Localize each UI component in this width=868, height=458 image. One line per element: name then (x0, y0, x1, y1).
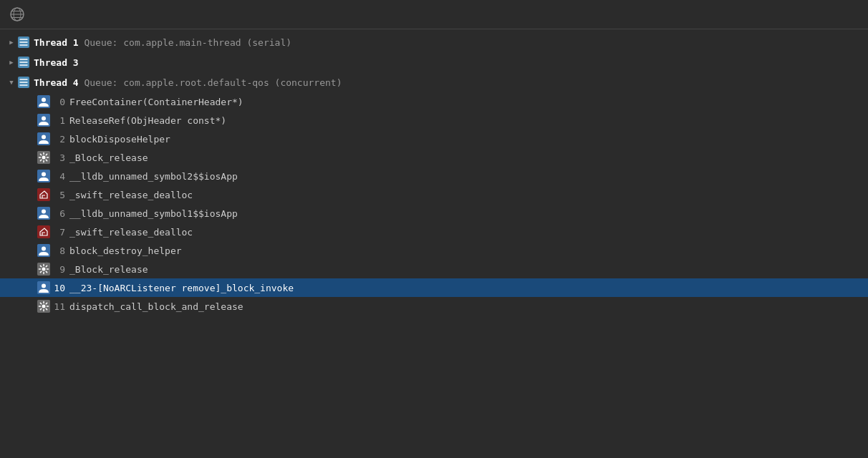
frame-icon-gear (37, 151, 50, 164)
queue-info: Queue: com.apple.main-thread (serial) (84, 37, 291, 48)
frame-row-10[interactable]: 10 __23-[NoARCListener remove]_block_inv… (0, 278, 868, 297)
svg-point-20 (42, 117, 46, 121)
frame-name: ReleaseRef(ObjHeader const*) (69, 115, 226, 126)
frame-row-6[interactable]: 6 __lldb_unnamed_symbol1$$iosApp (0, 204, 868, 223)
frame-icon-user (37, 114, 50, 127)
frame-number: 8 (54, 245, 65, 256)
expand-arrow[interactable] (6, 36, 17, 48)
frame-icon-user (37, 132, 50, 145)
thread-label: Thread 3 (34, 57, 79, 68)
frame-icon-user (37, 170, 50, 182)
network-icon (10, 7, 24, 21)
frame-row-5[interactable]: 5 _swift_release_dealloc (0, 185, 868, 204)
title-bar (0, 0, 868, 29)
frame-name: _Block_release (69, 264, 148, 275)
frame-row-1[interactable]: 1 ReleaseRef(ObjHeader const*) (0, 111, 868, 130)
svg-rect-27 (37, 188, 50, 201)
frame-number: 4 (54, 171, 65, 182)
frame-icon-swift (37, 225, 50, 238)
frame-icon-swift (37, 188, 50, 201)
frame-number: 5 (54, 190, 65, 200)
frame-name: blockDisposeHelper (69, 134, 170, 145)
queue-info: Queue: com.apple.root.default-qos (concu… (84, 77, 342, 88)
frame-name: _swift_release_dealloc (69, 227, 193, 238)
frame-row-4[interactable]: 4 __lldb_unnamed_symbol2$$iosApp (0, 167, 868, 185)
svg-point-18 (42, 98, 46, 102)
frame-icon-user (37, 207, 50, 220)
frame-number: 2 (54, 134, 65, 145)
frame-number: 3 (54, 152, 65, 163)
frame-number: 9 (54, 264, 65, 275)
frame-name: __lldb_unnamed_symbol1$$iosApp (69, 208, 238, 219)
svg-point-26 (42, 172, 46, 177)
expand-arrow[interactable] (6, 57, 17, 68)
frame-name: __lldb_unnamed_symbol2$$iosApp (69, 171, 238, 182)
frame-row-8[interactable]: 8 block_destroy_helper (0, 241, 868, 260)
frame-row-3[interactable]: 3 _Block_release (0, 148, 868, 167)
frame-row-0[interactable]: 0 FreeContainer(ContainerHeader*) (0, 92, 868, 111)
frame-number: 1 (54, 115, 65, 126)
frame-name: _swift_release_dealloc (69, 190, 193, 200)
frame-number: 11 (54, 301, 65, 312)
frame-name: FreeContainer(ContainerHeader*) (69, 97, 243, 107)
svg-point-34 (42, 247, 46, 251)
thread-icon (17, 56, 30, 69)
frame-number: 10 (54, 283, 65, 293)
thread-icon (17, 76, 30, 89)
thread-list: Thread 1 Queue: com.apple.main-thread (s… (0, 29, 868, 318)
frame-row-9[interactable]: 9 _Block_release (0, 260, 868, 278)
thread-row-thread-4[interactable]: Thread 4 Queue: com.apple.root.default-q… (0, 72, 868, 92)
frame-number: 6 (54, 208, 65, 219)
frame-icon-user (37, 95, 50, 108)
svg-point-22 (42, 135, 46, 140)
thread-row-thread-1[interactable]: Thread 1 Queue: com.apple.main-thread (s… (0, 32, 868, 52)
svg-point-36 (42, 268, 46, 271)
frame-icon-user (37, 281, 50, 294)
thread-icon (17, 36, 30, 49)
svg-point-38 (42, 284, 46, 288)
svg-point-30 (42, 210, 46, 214)
frame-number: 7 (54, 227, 65, 238)
thread-label: Thread 4 Queue: com.apple.root.default-q… (34, 77, 342, 88)
frame-row-11[interactable]: 11 dispatch_call_block_and_release (0, 297, 868, 316)
frame-icon-user (37, 244, 50, 257)
frame-row-7[interactable]: 7 _swift_release_dealloc (0, 223, 868, 241)
frame-icon-gear (37, 263, 50, 276)
expand-arrow[interactable] (6, 77, 17, 88)
frame-number: 0 (54, 97, 65, 107)
svg-rect-31 (37, 225, 50, 238)
frame-name: dispatch_call_block_and_release (69, 301, 243, 312)
svg-point-24 (42, 156, 46, 160)
thread-row-thread-3[interactable]: Thread 3 (0, 52, 868, 72)
frame-icon-gear (37, 300, 50, 313)
frame-name: __23-[NoARCListener remove]_block_invoke (69, 283, 294, 293)
svg-point-40 (42, 305, 46, 308)
frame-name: block_destroy_helper (69, 245, 182, 256)
thread-label: Thread 1 Queue: com.apple.main-thread (s… (34, 37, 291, 48)
frame-name: _Block_release (69, 152, 148, 163)
frame-row-2[interactable]: 2 blockDisposeHelper (0, 130, 868, 148)
